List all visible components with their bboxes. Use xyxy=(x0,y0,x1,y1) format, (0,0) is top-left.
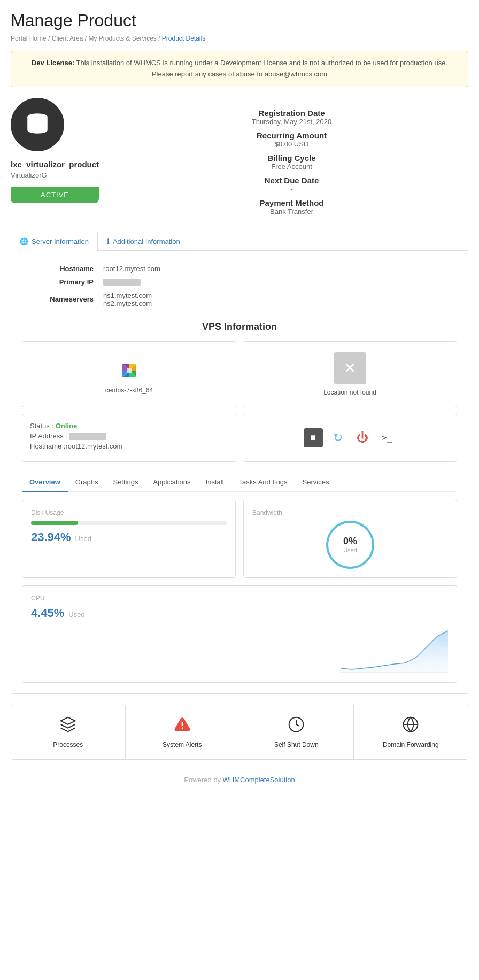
disk-usage-fill xyxy=(31,521,78,525)
status-online: Online xyxy=(56,422,77,430)
cpu-chart-area xyxy=(341,626,448,674)
clock-icon xyxy=(288,716,305,737)
tile-processes[interactable]: Processes xyxy=(11,705,126,759)
action-tiles: Processes System Alerts Self Shut Down xyxy=(11,705,468,760)
vps-controls-card: ■ ↻ ⏻ >_ xyxy=(243,414,457,462)
cpu-percent: 4.45% xyxy=(31,606,64,620)
bandwidth-circle: 0% Used xyxy=(326,521,374,569)
product-status-badge: ACTIVE xyxy=(11,187,99,203)
vps-status-card: Status : Online IP Address : Hostname :r… xyxy=(22,414,236,462)
location-not-found-icon xyxy=(334,352,366,384)
product-info: Registration Date Thursday, May 21st, 20… xyxy=(115,98,468,221)
ip-address-line: IP Address : xyxy=(30,432,228,440)
vps-os-card: centos-7-x86_64 xyxy=(22,341,236,407)
tab-additional-information[interactable]: ℹ Additional Information xyxy=(98,232,189,251)
console-button[interactable]: >_ xyxy=(377,428,397,447)
payment-method-row: Payment Method Bank Transfer xyxy=(115,198,468,215)
recurring-amount-row: Recurring Amount $0.00 USD xyxy=(115,131,468,148)
breadcrumb-client-area[interactable]: Client Area xyxy=(52,35,83,42)
os-name: centos-7-x86_64 xyxy=(105,387,153,394)
breadcrumb-product-details: Product Details xyxy=(162,35,205,42)
tile-system-alerts-label: System Alerts xyxy=(163,741,202,748)
tile-self-shut-down-label: Self Shut Down xyxy=(274,741,319,748)
bandwidth-used: Used xyxy=(343,547,357,553)
bandwidth-card: Bandwidth 0% Used xyxy=(243,500,457,578)
tab-applications[interactable]: Applications xyxy=(145,473,198,491)
globe-icon: 🌐 xyxy=(20,237,28,245)
svg-marker-11 xyxy=(61,717,75,724)
tile-system-alerts[interactable]: System Alerts xyxy=(126,705,240,759)
tile-domain-forwarding-label: Domain Forwarding xyxy=(383,741,439,748)
product-icon-box: lxc_virtualizor_product VirtualizorG ACT… xyxy=(11,98,99,221)
vps-info-grid: centos-7-x86_64 Location not found xyxy=(22,341,457,407)
disk-usage-card: Disk Usage 23.94% Used xyxy=(22,500,236,578)
cpu-card: CPU 4.45% Used xyxy=(22,585,457,683)
bandwidth-percent: 0% xyxy=(343,536,357,547)
os-logo-svg xyxy=(113,354,145,387)
vps-status-controls: Status : Online IP Address : Hostname :r… xyxy=(22,414,457,462)
tile-domain-forwarding[interactable]: Domain Forwarding xyxy=(354,705,468,759)
cpu-chart xyxy=(31,620,448,674)
server-info-panel: Hostname root12.mytest.com Primary IP Na… xyxy=(11,251,468,694)
info-icon: ℹ xyxy=(107,237,110,245)
breadcrumb-portal-home[interactable]: Portal Home xyxy=(11,35,47,42)
server-info-tabs: 🌐 Server Information ℹ Additional Inform… xyxy=(11,232,468,251)
tab-install[interactable]: Install xyxy=(198,473,231,491)
tab-settings[interactable]: Settings xyxy=(105,473,145,491)
status-line: Status : Online xyxy=(30,422,228,430)
page-title: Manage Product xyxy=(11,11,468,30)
tile-processes-label: Processes xyxy=(53,741,83,748)
product-name: lxc_virtualizor_product xyxy=(11,160,99,169)
centos-logo xyxy=(113,354,145,387)
overview-tabs: Overview Graphs Settings Applications In… xyxy=(22,473,457,492)
bandwidth-label: Bandwidth xyxy=(252,509,448,516)
cpu-used-label: Used xyxy=(68,611,84,619)
product-icon xyxy=(11,98,64,151)
server-info-table: Hostname root12.mytest.com Primary IP Na… xyxy=(22,261,457,311)
alert-icon xyxy=(174,716,191,737)
product-sub: VirtualizorG xyxy=(11,171,99,179)
svg-rect-9 xyxy=(127,368,132,373)
processes-icon-svg xyxy=(59,716,76,733)
cpu-label: CPU xyxy=(31,595,448,602)
registration-date-row: Registration Date Thursday, May 21st, 20… xyxy=(115,109,468,126)
vps-location-card: Location not found xyxy=(243,341,457,407)
hostname-line: Hostname :root12.mytest.com xyxy=(30,442,228,450)
cpu-chart-svg xyxy=(341,626,448,674)
billing-cycle-row: Billing Cycle Free Account xyxy=(115,153,468,171)
hostname-row: Hostname root12.mytest.com xyxy=(23,263,456,275)
dev-license-banner: Dev License: This installation of WHMCS … xyxy=(11,51,468,87)
product-card: lxc_virtualizor_product VirtualizorG ACT… xyxy=(11,98,468,221)
disk-usage-percent: 23.94% xyxy=(31,530,71,544)
footer-link[interactable]: WHMCompleteSolution xyxy=(223,776,295,784)
database-icon xyxy=(24,111,51,138)
self-shutdown-icon-svg xyxy=(288,716,305,733)
tab-overview[interactable]: Overview xyxy=(22,473,68,492)
next-due-date-row: Next Due Date - xyxy=(115,176,468,193)
vps-section-title: VPS Information xyxy=(22,321,457,333)
power-button[interactable]: ⏻ xyxy=(353,428,372,447)
breadcrumb: Portal Home / Client Area / My Products … xyxy=(11,35,468,42)
primary-ip-row: Primary IP xyxy=(23,276,456,288)
globe-dark-icon xyxy=(402,716,419,737)
restart-button[interactable]: ↻ xyxy=(328,428,347,447)
disk-usage-used: Used xyxy=(75,535,91,543)
location-label: Location not found xyxy=(323,389,376,396)
tab-graphs[interactable]: Graphs xyxy=(68,473,106,491)
footer: Powered by WHMCompleteSolution xyxy=(11,776,468,784)
domain-forwarding-icon-svg xyxy=(402,716,419,733)
layers-icon xyxy=(59,716,76,737)
disk-usage-track xyxy=(31,521,227,525)
tab-tasks-and-logs[interactable]: Tasks And Logs xyxy=(231,473,295,491)
disk-usage-label: Disk Usage xyxy=(31,509,227,516)
tab-server-information[interactable]: 🌐 Server Information xyxy=(11,232,98,251)
system-alerts-icon-svg xyxy=(174,716,191,733)
breadcrumb-my-products[interactable]: My Products & Services xyxy=(88,35,156,42)
nameservers-row: Nameservers ns1.mytest.com ns2.mytest.co… xyxy=(23,289,456,310)
stats-row: Disk Usage 23.94% Used Bandwidth 0% Used xyxy=(22,500,457,578)
tab-services[interactable]: Services xyxy=(295,473,337,491)
stop-button[interactable]: ■ xyxy=(304,428,323,447)
tile-self-shut-down[interactable]: Self Shut Down xyxy=(240,705,354,759)
